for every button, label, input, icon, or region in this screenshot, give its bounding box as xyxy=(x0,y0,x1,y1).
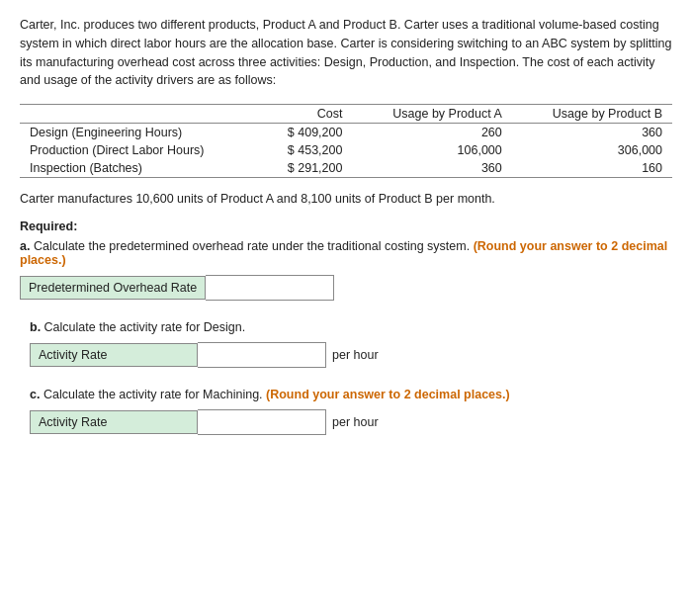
part-b-text: Calculate the activity rate for Design. xyxy=(44,320,246,334)
table-row: Design (Engineering Hours) $ 409,200 260… xyxy=(20,124,672,142)
part-a-header: a. Calculate the predetermined overhead … xyxy=(20,239,672,267)
cost-design: $ 409,200 xyxy=(260,124,352,142)
per-hour-machining-label: per hour xyxy=(332,415,379,429)
predetermined-overhead-rate-label: Predetermined Overhead Rate xyxy=(20,276,206,300)
part-c-note: (Round your answer to 2 decimal places.) xyxy=(266,388,510,401)
manufactures-text: Carter manufactures 10,600 units of Prod… xyxy=(20,192,672,206)
activity-rate-machining-label: Activity Rate xyxy=(30,410,198,434)
usage-b-inspection: 160 xyxy=(512,159,672,178)
activity-rate-design-input[interactable] xyxy=(198,342,326,368)
usage-b-production: 306,000 xyxy=(512,141,672,159)
predetermined-overhead-rate-input[interactable] xyxy=(206,275,334,301)
part-c-input-row: Activity Rate per hour xyxy=(30,409,672,435)
part-a-section: a. Calculate the predetermined overhead … xyxy=(20,239,672,301)
part-b-prefix: b. xyxy=(30,320,41,334)
usage-a-inspection: 360 xyxy=(352,159,511,178)
cost-inspection: $ 291,200 xyxy=(260,159,352,178)
activity-rate-design-label: Activity Rate xyxy=(30,343,198,367)
required-label: Required: xyxy=(20,220,672,233)
page: Carter, Inc. produces two different prod… xyxy=(0,0,692,616)
part-c-header: c. Calculate the activity rate for Machi… xyxy=(30,388,672,401)
usage-b-design: 360 xyxy=(512,124,672,142)
usage-a-design: 260 xyxy=(352,124,511,142)
part-a-text: Calculate the predetermined overhead rat… xyxy=(34,239,470,253)
part-b-header: b. Calculate the activity rate for Desig… xyxy=(30,320,672,334)
activity-label-design: Design (Engineering Hours) xyxy=(20,124,260,142)
part-c-section: c. Calculate the activity rate for Machi… xyxy=(20,388,672,435)
col-header-cost: Cost xyxy=(260,105,352,124)
per-hour-design-label: per hour xyxy=(332,348,379,362)
part-b-input-row: Activity Rate per hour xyxy=(30,342,672,368)
table-row: Inspection (Batches) $ 291,200 360 160 xyxy=(20,159,672,178)
activity-rate-machining-input[interactable] xyxy=(198,409,326,435)
part-a-prefix: a. xyxy=(20,239,30,253)
usage-a-production: 106,000 xyxy=(352,141,511,159)
required-section: Required: a. Calculate the predetermined… xyxy=(20,220,672,435)
activity-label-production: Production (Direct Labor Hours) xyxy=(20,141,260,159)
part-c-text: Calculate the activity rate for Machinin… xyxy=(43,388,263,401)
table-row: Production (Direct Labor Hours) $ 453,20… xyxy=(20,141,672,159)
activity-table: Cost Usage by Product A Usage by Product… xyxy=(20,104,672,178)
intro-text: Carter, Inc. produces two different prod… xyxy=(20,16,672,90)
col-header-usage-a: Usage by Product A xyxy=(352,105,511,124)
col-header-activity xyxy=(20,105,260,124)
col-header-usage-b: Usage by Product B xyxy=(512,105,672,124)
part-c-prefix: c. xyxy=(30,388,40,401)
part-b-section: b. Calculate the activity rate for Desig… xyxy=(20,320,672,368)
cost-production: $ 453,200 xyxy=(260,141,352,159)
part-a-input-row: Predetermined Overhead Rate xyxy=(20,275,672,301)
activity-label-inspection: Inspection (Batches) xyxy=(20,159,260,178)
